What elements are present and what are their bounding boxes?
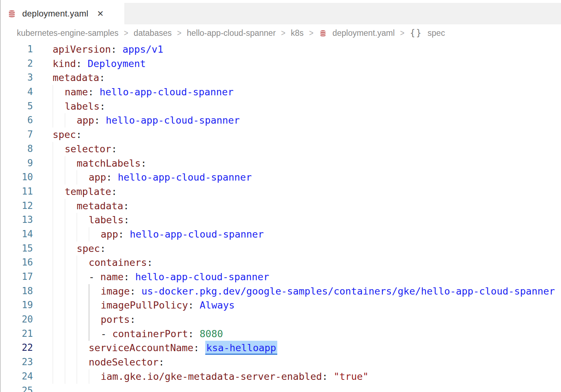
tab-deployment-yaml[interactable]: deployment.yaml ✕ (1, 3, 124, 24)
tab-bar: deployment.yaml ✕ (1, 3, 561, 24)
breadcrumb-item-kubernetes-engine-samples[interactable]: kubernetes-engine-samples (17, 28, 119, 38)
indent-guide (65, 213, 77, 227)
line-number[interactable]: 1 (1, 42, 33, 57)
code-line[interactable]: 4name: hello-app-cloud-spanner (1, 85, 561, 99)
code-token: hello-app-cloud-spanner (100, 115, 240, 126)
breadcrumb-item-hello-app-cloud-spanner[interactable]: hello-app-cloud-spanner (187, 28, 276, 38)
line-number[interactable]: 11 (1, 185, 33, 199)
code-line[interactable]: 20ports: (1, 312, 561, 327)
code-token: : (111, 143, 117, 154)
code-line[interactable]: 19imagePullPolicy: Always (1, 298, 561, 312)
line-number[interactable]: 13 (1, 213, 33, 227)
close-icon[interactable]: ✕ (97, 10, 104, 18)
code-token: iam.gke.io/gke-metadata-server-enabled (101, 371, 322, 382)
code-line-content: name: hello-app-cloud-spanner (53, 85, 234, 99)
code-token: : (88, 86, 94, 97)
code-line[interactable]: 6app: hello-app-cloud-spanner (1, 113, 561, 128)
code-tokens: - containerPort: 8080 (101, 327, 223, 341)
line-number[interactable]: 12 (1, 199, 33, 213)
code-line-content: spec: (53, 242, 106, 256)
code-line[interactable]: 11template: (1, 185, 561, 199)
indent-guide (77, 227, 89, 242)
line-number[interactable]: 4 (1, 85, 33, 99)
code-tokens: template: (65, 185, 117, 199)
code-token: : (147, 257, 153, 268)
indent-guide (65, 113, 77, 128)
indent-guide (77, 369, 89, 384)
code-tokens: ports: (101, 312, 136, 327)
breadcrumb-item-spec[interactable]: spec (428, 28, 445, 38)
indent-guide (65, 242, 77, 256)
code-line[interactable]: 7spec: (1, 128, 561, 142)
code-line[interactable]: 22serviceAccountName: ksa-helloapp (1, 341, 561, 355)
code-line[interactable]: 10app: hello-app-cloud-spanner (1, 170, 561, 185)
code-tokens: labels: (65, 99, 106, 114)
code-line[interactable]: 14app: hello-app-cloud-spanner (1, 227, 561, 242)
code-token: app (101, 229, 118, 240)
code-token: : (124, 271, 129, 282)
line-number[interactable]: 20 (1, 312, 33, 327)
code-line[interactable]: 8selector: (1, 142, 561, 156)
code-line[interactable]: 2kind: Deployment (1, 57, 561, 71)
indent-guide (65, 199, 77, 213)
breadcrumb-item-deployment-yaml[interactable]: deployment.yaml (332, 28, 395, 38)
line-number[interactable]: 22 (1, 341, 33, 355)
code-token: apiVersion (53, 44, 111, 55)
code-token: Always (194, 300, 235, 311)
code-line[interactable]: 25 (1, 384, 561, 392)
code-line[interactable]: 3metadata: (1, 71, 561, 85)
code-token: : (111, 44, 117, 55)
line-number[interactable]: 7 (1, 128, 33, 142)
code-line-content: spec: (53, 128, 82, 142)
code-line[interactable]: 24iam.gke.io/gke-metadata-server-enabled… (1, 369, 561, 384)
editor[interactable]: 1apiVersion: apps/v12kind: Deployment3me… (1, 42, 561, 392)
code-token: selector (65, 143, 111, 154)
line-number[interactable]: 21 (1, 327, 33, 341)
code-line[interactable]: 23nodeSelector: (1, 355, 561, 369)
line-number[interactable]: 3 (1, 71, 33, 85)
line-number[interactable]: 9 (1, 156, 33, 171)
code-token (199, 342, 205, 353)
breadcrumb-item-databases[interactable]: databases (134, 28, 172, 38)
line-number[interactable]: 10 (1, 170, 33, 185)
breadcrumb: kubernetes-engine-samples>databases>hell… (1, 24, 561, 42)
indent-guide (65, 270, 77, 284)
code-token: hello-app-cloud-spanner (129, 271, 269, 282)
line-number[interactable]: 2 (1, 57, 33, 71)
line-number[interactable]: 5 (1, 99, 33, 114)
line-number[interactable]: 14 (1, 227, 33, 242)
code-line[interactable]: 12metadata: (1, 199, 561, 213)
line-number[interactable]: 25 (1, 384, 33, 392)
code-line[interactable]: 16containers: (1, 255, 561, 270)
breadcrumb-item-k8s[interactable]: k8s (291, 28, 304, 38)
line-number[interactable]: 8 (1, 142, 33, 156)
line-number[interactable]: 19 (1, 298, 33, 312)
indent-guide (53, 355, 65, 369)
code-line[interactable]: 1apiVersion: apps/v1 (1, 42, 561, 57)
selected-token[interactable]: ksa-helloapp (205, 341, 277, 355)
code-token: nodeSelector (89, 357, 159, 368)
code-line[interactable]: 15spec: (1, 242, 561, 256)
chevron-right-separator: > (400, 28, 404, 38)
indent-guide (53, 213, 65, 227)
indent-guide (89, 369, 101, 384)
code-line[interactable]: 21- containerPort: 8080 (1, 327, 561, 341)
indent-guide (53, 270, 65, 284)
indent-guide (53, 113, 65, 128)
line-number[interactable]: 16 (1, 255, 33, 270)
line-number[interactable]: 23 (1, 355, 33, 369)
line-number[interactable]: 24 (1, 369, 33, 384)
code-token: : (76, 129, 82, 140)
code-tokens: spec: (53, 128, 82, 142)
line-number[interactable]: 15 (1, 242, 33, 256)
code-line[interactable]: 5labels: (1, 99, 561, 114)
line-number[interactable]: 18 (1, 284, 33, 298)
code-line[interactable]: 18image: us-docker.pkg.dev/google-sample… (1, 284, 561, 298)
line-number[interactable]: 6 (1, 113, 33, 128)
code-line[interactable]: 13labels: (1, 213, 561, 227)
line-number[interactable]: 17 (1, 270, 33, 284)
code-line[interactable]: 17- name: hello-app-cloud-spanner (1, 270, 561, 284)
code-token: metadata (77, 200, 123, 211)
code-line[interactable]: 9matchLabels: (1, 156, 561, 171)
code-tokens: kind: Deployment (53, 57, 146, 71)
